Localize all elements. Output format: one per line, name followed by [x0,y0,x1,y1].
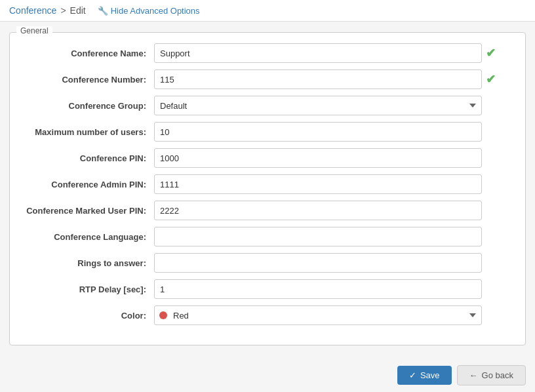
conference-language-input[interactable] [154,227,482,246]
conference-group-select[interactable]: Default [154,96,482,115]
breadcrumb-conference[interactable]: Conference [9,5,56,16]
rtp-delay-row: RTP Delay [sec]: [23,279,512,299]
rings-to-answer-label: Rings to answer: [23,258,154,268]
main-content: General Conference Name: ✔ Conference Nu… [0,22,535,356]
rtp-delay-input[interactable] [154,279,482,299]
conference-group-label: Conference Group: [23,101,154,111]
conference-language-wrap [154,227,512,246]
go-back-label: Go back [482,370,513,380]
conference-admin-pin-input[interactable] [154,174,482,194]
conference-marked-pin-row: Conference Marked User PIN: [23,201,512,220]
rings-to-answer-wrap [154,253,512,273]
conference-name-row: Conference Name: ✔ [23,43,512,63]
breadcrumb-edit: Edit [70,5,86,16]
footer-bar: ✓ Save ← Go back [0,356,535,392]
go-back-button[interactable]: ← Go back [457,365,526,385]
conference-name-input[interactable] [154,43,482,63]
conference-admin-pin-wrap [154,174,512,194]
conference-number-input[interactable] [154,69,482,89]
general-section: General Conference Name: ✔ Conference Nu… [9,32,526,345]
color-wrap: Red Blue Green Yellow [154,305,512,325]
conference-pin-row: Conference PIN: [23,148,512,168]
conference-marked-pin-wrap [154,201,512,220]
conference-admin-pin-row: Conference Admin PIN: [23,174,512,194]
back-arrow-icon: ← [469,370,478,380]
conference-number-check-icon: ✔ [486,72,496,87]
save-label: Save [420,370,440,380]
conference-name-wrap: ✔ [154,43,512,63]
save-button[interactable]: ✓ Save [397,366,452,385]
conference-pin-input[interactable] [154,148,482,168]
conference-number-row: Conference Number: ✔ [23,69,512,89]
max-users-row: Maximum number of users: [23,122,512,142]
section-legend: General [16,26,52,35]
conference-language-label: Conference Language: [23,232,154,242]
conference-number-wrap: ✔ [154,69,512,89]
rings-to-answer-input[interactable] [154,253,482,273]
color-select[interactable]: Red Blue Green Yellow [154,305,482,325]
max-users-input[interactable] [154,122,482,142]
save-check-icon: ✓ [409,370,416,380]
conference-group-wrap: Default [154,96,512,115]
conference-admin-pin-label: Conference Admin PIN: [23,180,154,189]
rings-to-answer-row: Rings to answer: [23,253,512,273]
conference-name-check-icon: ✔ [486,46,496,60]
conference-name-label: Conference Name: [23,49,154,58]
conference-pin-label: Conference PIN: [23,153,154,163]
color-row: Color: Red Blue Green Yellow [23,305,512,325]
conference-group-row: Conference Group: Default [23,96,512,115]
header: Conference > Edit 🔧 Hide Advanced Option… [0,0,535,22]
rtp-delay-wrap [154,279,512,299]
conference-marked-pin-label: Conference Marked User PIN: [23,206,154,216]
hide-advanced-label: Hide Advanced Options [111,6,200,16]
max-users-label: Maximum number of users: [23,127,154,137]
rtp-delay-label: RTP Delay [sec]: [23,284,154,294]
conference-number-label: Conference Number: [23,75,154,85]
conference-pin-wrap [154,148,512,168]
conference-language-row: Conference Language: [23,227,512,246]
conference-marked-pin-input[interactable] [154,201,482,220]
hide-advanced-button[interactable]: 🔧 Hide Advanced Options [98,6,200,16]
max-users-wrap [154,122,512,142]
wrench-icon: 🔧 [98,6,108,16]
color-label: Color: [23,311,154,321]
color-select-wrap: Red Blue Green Yellow [154,305,482,325]
breadcrumb-separator: > [60,5,66,16]
